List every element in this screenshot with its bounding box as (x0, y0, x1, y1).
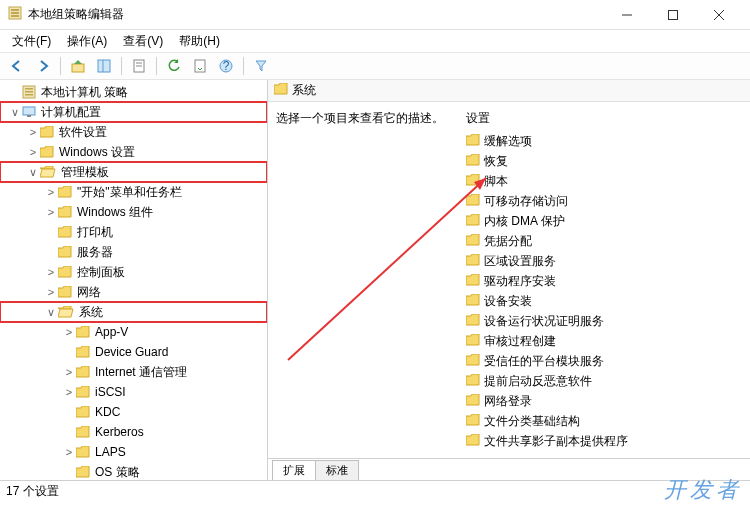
list-item[interactable]: 设备运行状况证明服务 (466, 311, 742, 331)
tree-node-label: iSCSI (93, 385, 128, 399)
export-button[interactable] (189, 55, 211, 77)
expander-icon[interactable]: > (44, 206, 58, 218)
properties-button[interactable] (128, 55, 150, 77)
tree-node-label: 计算机配置 (39, 104, 103, 121)
folder-icon (274, 83, 288, 98)
expander-icon[interactable]: ∨ (8, 106, 22, 119)
tree-node-label: 软件设置 (57, 124, 109, 141)
expander-icon[interactable]: > (44, 186, 58, 198)
list-item-label: 文件分类基础结构 (484, 413, 580, 430)
expander-icon[interactable]: > (26, 126, 40, 138)
help-button[interactable]: ? (215, 55, 237, 77)
list-item-label: 驱动程序安装 (484, 273, 556, 290)
list-item[interactable]: 网络登录 (466, 391, 742, 411)
forward-button[interactable] (32, 55, 54, 77)
maximize-button[interactable] (650, 1, 696, 29)
svg-rect-18 (25, 88, 33, 90)
expander-icon[interactable]: > (62, 326, 76, 338)
expander-icon[interactable]: > (44, 286, 58, 298)
list-item[interactable]: 文件分类基础结构 (466, 411, 742, 431)
tab-extended[interactable]: 扩展 (272, 460, 316, 480)
tree-pane[interactable]: 本地计算机 策略∨计算机配置>软件设置>Windows 设置∨管理模板>"开始"… (0, 80, 268, 480)
tree-node-label: OS 策略 (93, 464, 142, 481)
folder-icon (76, 386, 90, 398)
tree-admin-templates[interactable]: ∨管理模板 (0, 162, 267, 182)
tree-node-label: "开始"菜单和任务栏 (75, 184, 184, 201)
tree-internet-comm[interactable]: >Internet 通信管理 (0, 362, 267, 382)
tree-node-label: 打印机 (75, 224, 115, 241)
tree-iscsi[interactable]: >iSCSI (0, 382, 267, 402)
list-item[interactable]: 可移动存储访问 (466, 191, 742, 211)
tree-appv[interactable]: >App-V (0, 322, 267, 342)
tree-device-guard[interactable]: Device Guard (0, 342, 267, 362)
tree-printers[interactable]: 打印机 (0, 222, 267, 242)
list-item[interactable]: 受信任的平台模块服务 (466, 351, 742, 371)
folder-icon (40, 126, 54, 138)
expander-icon[interactable]: > (62, 366, 76, 378)
description-text: 选择一个项目来查看它的描述。 (276, 110, 456, 127)
tree-root[interactable]: 本地计算机 策略 (0, 82, 267, 102)
minimize-button[interactable] (604, 1, 650, 29)
folder-icon (466, 354, 480, 369)
tree-computer-config[interactable]: ∨计算机配置 (0, 102, 267, 122)
svg-rect-20 (25, 94, 33, 96)
show-hide-button[interactable] (93, 55, 115, 77)
expander-icon[interactable]: > (62, 386, 76, 398)
list-item[interactable]: 内核 DMA 保护 (466, 211, 742, 231)
tree-kdc[interactable]: KDC (0, 402, 267, 422)
close-button[interactable] (696, 1, 742, 29)
tree-laps[interactable]: >LAPS (0, 442, 267, 462)
toolbar-separator (60, 57, 61, 75)
folder-icon (466, 314, 480, 329)
folder-icon (58, 266, 72, 278)
menu-action[interactable]: 操作(A) (61, 31, 113, 52)
tree-node-label: LAPS (93, 445, 128, 459)
tree-control-panel[interactable]: >控制面板 (0, 262, 267, 282)
svg-rect-22 (27, 115, 31, 117)
folder-icon (466, 374, 480, 389)
list-item[interactable]: 驱动程序安装 (466, 271, 742, 291)
tab-standard[interactable]: 标准 (315, 460, 359, 480)
tree-server[interactable]: 服务器 (0, 242, 267, 262)
tree-system[interactable]: ∨系统 (0, 302, 267, 322)
list-item[interactable]: 恢复 (466, 151, 742, 171)
tree-network[interactable]: >网络 (0, 282, 267, 302)
settings-list[interactable]: 设置 缓解选项恢复脚本可移动存储访问内核 DMA 保护凭据分配区域设置服务驱动程… (466, 110, 742, 450)
expander-icon[interactable]: ∨ (26, 166, 40, 179)
folder-icon (76, 326, 90, 338)
svg-rect-8 (72, 64, 84, 72)
list-item[interactable]: 凭据分配 (466, 231, 742, 251)
expander-icon[interactable]: > (26, 146, 40, 158)
tree-software-settings[interactable]: >软件设置 (0, 122, 267, 142)
refresh-button[interactable] (163, 55, 185, 77)
details-pane: 系统 选择一个项目来查看它的描述。 设置 缓解选项恢复脚本可移动存储访问内核 D… (268, 80, 750, 480)
list-item-label: 内核 DMA 保护 (484, 213, 565, 230)
expander-icon[interactable]: ∨ (44, 306, 58, 319)
filter-button[interactable] (250, 55, 272, 77)
back-button[interactable] (6, 55, 28, 77)
tree-node-label: Device Guard (93, 345, 170, 359)
list-item[interactable]: 缓解选项 (466, 131, 742, 151)
tree-kerberos[interactable]: Kerberos (0, 422, 267, 442)
expander-icon[interactable]: > (44, 266, 58, 278)
folder-icon (58, 226, 72, 238)
tree-windows-components[interactable]: >Windows 组件 (0, 202, 267, 222)
menu-file[interactable]: 文件(F) (6, 31, 57, 52)
list-item[interactable]: 文件共享影子副本提供程序 (466, 431, 742, 450)
list-item[interactable]: 提前启动反恶意软件 (466, 371, 742, 391)
tree-windows-settings[interactable]: >Windows 设置 (0, 142, 267, 162)
content-area: 本地计算机 策略∨计算机配置>软件设置>Windows 设置∨管理模板>"开始"… (0, 80, 750, 480)
expander-icon[interactable]: > (62, 446, 76, 458)
list-item[interactable]: 审核过程创建 (466, 331, 742, 351)
menu-help[interactable]: 帮助(H) (173, 31, 226, 52)
list-item[interactable]: 区域设置服务 (466, 251, 742, 271)
list-item-label: 提前启动反恶意软件 (484, 373, 592, 390)
titlebar: 本地组策略编辑器 (0, 0, 750, 30)
menu-view[interactable]: 查看(V) (117, 31, 169, 52)
up-button[interactable] (67, 55, 89, 77)
list-item[interactable]: 脚本 (466, 171, 742, 191)
tree-os-policy[interactable]: OS 策略 (0, 462, 267, 480)
list-item[interactable]: 设备安装 (466, 291, 742, 311)
tree-start-taskbar[interactable]: >"开始"菜单和任务栏 (0, 182, 267, 202)
app-icon (8, 6, 22, 23)
